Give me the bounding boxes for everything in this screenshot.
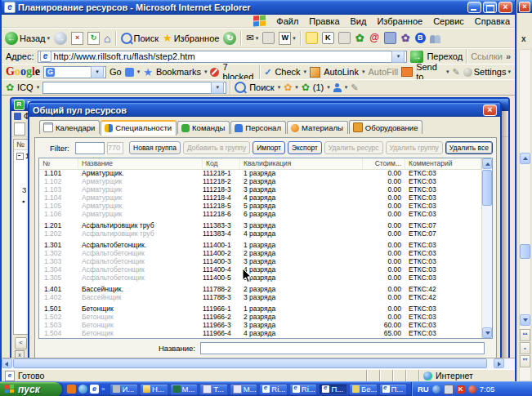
start-button[interactable]: пуск [0, 382, 62, 396]
scroll-up-icon[interactable] [482, 158, 492, 169]
sendto-dropdown[interactable]: ▾ [446, 69, 449, 75]
table-row[interactable]: 1.402 Бассейнщик 111788-3 3 разряда 0.00… [39, 293, 481, 301]
menu-item[interactable]: Сервис [433, 16, 464, 26]
maximize-button[interactable] [483, 2, 497, 13]
google-search-dropdown[interactable]: ▾ [91, 66, 104, 78]
check-dropdown[interactable]: ▾ [304, 69, 307, 75]
addon-icon[interactable] [338, 32, 351, 44]
dialog-tab[interactable]: Календари [39, 120, 100, 134]
dialog-button[interactable]: Добавить в группу [183, 141, 250, 154]
task-button[interactable]: Т... [199, 384, 228, 395]
icq-contact-dropdown[interactable]: ▾ [345, 84, 348, 91]
browse-next-icon[interactable]: ▾▾ [520, 355, 530, 367]
google-go-button[interactable]: Go [110, 67, 122, 77]
page-horizontal-scrollbar[interactable] [2, 358, 515, 369]
icq-label[interactable]: ICQ [17, 82, 34, 92]
go-icon[interactable]: → [410, 51, 423, 63]
dialog-button[interactable]: Новая группа [129, 141, 181, 154]
building-addon-icon[interactable] [384, 32, 396, 44]
column-header-qualification[interactable]: Квалификация [240, 158, 363, 169]
task-button[interactable]: Ri... [289, 384, 318, 395]
dialog-tab[interactable]: Персонал [230, 121, 286, 134]
messenger-people-icon[interactable] [430, 33, 441, 43]
task-button[interactable]: Н... [140, 384, 168, 395]
taskbar-clock[interactable]: 7:05 [480, 385, 495, 394]
task-button[interactable]: Ri... [259, 384, 288, 395]
stop-button[interactable]: × [71, 32, 83, 45]
dialog-button[interactable]: Удалить группу [386, 141, 443, 154]
go-label[interactable]: Переход [427, 51, 463, 61]
dialog-button[interactable]: Импорт [253, 141, 285, 154]
menu-item[interactable]: Вид [351, 16, 367, 26]
table-row[interactable]: 1.503 Бетонщик 111966-3 3 разряда 60.00 … [39, 321, 481, 329]
table-row[interactable]: 1.501 Бетонщик 111966-1 1 разряда 0.00 Е… [39, 305, 481, 313]
autolink-label[interactable]: AutoLink [324, 67, 359, 77]
mail-dropdown-icon[interactable]: ▾ [256, 35, 259, 42]
task-button[interactable]: И... [110, 384, 138, 395]
history-button[interactable]: ↻ [223, 32, 236, 45]
dialog-close-button[interactable]: × [483, 105, 497, 116]
search-button[interactable]: Поиск [121, 33, 159, 44]
back-dropdown-icon[interactable]: ▾ [47, 35, 51, 42]
refresh-button[interactable]: ↻ [87, 32, 100, 45]
table-row[interactable]: 1.106 Арматурщик 111218-6 6 разряда 0.00… [39, 210, 481, 218]
task-button[interactable]: Бе... [349, 384, 378, 395]
column-header-code[interactable]: Код [203, 158, 240, 169]
new-document-icon[interactable] [14, 122, 25, 136]
tiny-close-icon[interactable]: x [15, 350, 25, 358]
icq-orange-flower-icon[interactable]: ✿ [284, 82, 292, 92]
dialog-tab[interactable]: Оборудование [349, 120, 423, 134]
table-scrollbar[interactable] [481, 158, 492, 338]
table-row[interactable]: 1.101 Арматурщик. 111218-1 1 разряда 0.0… [39, 169, 481, 177]
background-close-button[interactable]: × [519, 2, 530, 12]
table-row[interactable]: 1.505 Бетонщик 111966-5 5 разряда 0.00 Е… [39, 337, 481, 338]
table-row[interactable]: 1.301 Асфальтобетонщик. 111400-1 1 разря… [39, 241, 481, 249]
menu-item[interactable]: Правка [309, 16, 339, 26]
google-addon-dropdown[interactable]: ▾ [137, 69, 141, 75]
dialog-button[interactable]: Удалить все [445, 141, 493, 154]
table-row[interactable]: 1.105 Арматурщик 111218-5 5 разряда 0.00… [39, 202, 481, 210]
quick-launch-icon-1[interactable] [67, 385, 76, 394]
minimize-button[interactable] [467, 2, 481, 13]
icq-search-label[interactable]: Поиск [249, 82, 274, 92]
column-header-comment[interactable]: Комментарий [405, 158, 481, 169]
dialog-button[interactable]: Удалить ресурс [324, 141, 383, 154]
quick-launch-ie-icon[interactable]: e [90, 385, 99, 394]
favorites-button[interactable]: ★ Избранное [163, 33, 219, 43]
task-button[interactable]: П... [379, 384, 408, 395]
menu-item[interactable]: Файл [276, 16, 298, 26]
table-row[interactable]: 1.201 Асфальтировщик труб 111383-3 3 раз… [39, 221, 481, 229]
address-input[interactable]: e http://www.rillsoft.ru/flash/step2.htm… [38, 51, 408, 63]
tray-red-icon[interactable] [468, 385, 476, 394]
dialog-tab[interactable]: Специальности [101, 120, 177, 136]
icq-dropdown[interactable]: ▾ [37, 84, 40, 91]
back-button[interactable]: ← Назад ▾ [5, 32, 50, 45]
tab-scroll-left-button[interactable]: < [15, 337, 27, 349]
mail-at-icon[interactable]: @ [369, 33, 380, 43]
edit-button[interactable]: W ▾ [279, 32, 296, 45]
dark-flower-addon-icon[interactable]: ✿ [400, 33, 411, 43]
links-chevron-icon[interactable]: » [506, 51, 511, 61]
autolink-dropdown[interactable]: ▾ [362, 69, 365, 75]
icq-status-icon[interactable]: ✿ [302, 82, 310, 92]
k-addon-icon[interactable]: K [322, 32, 334, 44]
table-row[interactable]: 1.103 Арматурщик 111218-3 3 разряда 0.00… [39, 185, 481, 194]
icq-flower-icon[interactable]: ✿ [355, 33, 365, 43]
horizontal-scroll-thumb[interactable] [13, 358, 487, 368]
menu-item[interactable]: Справка [475, 16, 510, 26]
background-scroll-thumb[interactable] [520, 244, 530, 259]
ie-titlebar[interactable]: e Планирование ресурсов - Microsoft Inte… [2, 0, 515, 15]
column-header-cost[interactable]: Стоим... [363, 158, 405, 169]
table-row[interactable]: 1.202 Асфальтировщик труб 111383-4 4 раз… [39, 229, 481, 238]
menu-item[interactable]: Избранное [377, 16, 422, 26]
icq-search-dropdown[interactable]: ▾ [278, 84, 281, 91]
background-scroll-up-icon[interactable] [520, 153, 530, 164]
column-header-name[interactable]: Название [78, 158, 203, 169]
home-button[interactable]: ⌂ [104, 33, 110, 44]
table-row[interactable]: 1.305 Асфальтобетонщик 111400-5 5 разряд… [39, 274, 481, 282]
mail-button[interactable]: ✉ ▾ [246, 33, 258, 43]
table-row[interactable]: 1.304 Асфальтобетонщик 111400-4 4 разряд… [39, 265, 481, 274]
settings-dropdown[interactable]: ▾ [507, 69, 511, 75]
name-field-input[interactable] [200, 342, 485, 354]
background-vertical-scrollbar[interactable]: ▴▴ • ▾▾ [519, 49, 531, 381]
